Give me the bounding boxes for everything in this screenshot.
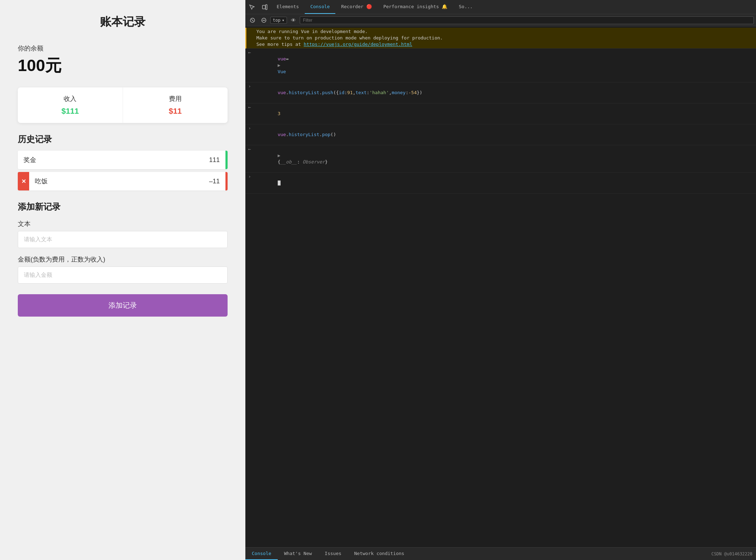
console-line-vue: ← vue= ▶ Vue <box>245 49 756 82</box>
devtools-bottombar: Console What's New Issues Network condit… <box>245 547 756 560</box>
console-pop-text: vue.historyList.pop() <box>255 125 753 144</box>
expense-label: 费用 <box>130 95 221 103</box>
history-section: 历史记录 奖金 111 ✕ 吃饭 –11 <box>18 134 228 190</box>
devtools-topbar: Elements Console Recorder 🔴 Performance … <box>245 0 756 14</box>
right-arrow-pop: › <box>248 125 253 131</box>
list-item: 奖金 111 <box>18 151 228 169</box>
expand-icon[interactable]: ▶ <box>278 62 281 69</box>
input-arrow: › <box>248 173 253 180</box>
amount-input[interactable] <box>18 266 228 284</box>
console-line-cursor[interactable]: › <box>245 173 756 194</box>
console-observer-text: ▶ {__ob__: Observer} <box>255 146 753 172</box>
balance-amount: 100元 <box>18 55 228 77</box>
amount-form-group: 金额(负数为费用，正数为收入) <box>18 255 228 284</box>
cursor-block <box>278 181 281 185</box>
device-toolbar-icon[interactable] <box>258 1 271 14</box>
left-arrow-3: ← <box>248 104 253 111</box>
console-push-text: vue.historyList.push({id:91,text:'hahah'… <box>255 83 753 102</box>
left-arrow-observer: ← <box>248 146 253 152</box>
dropdown-arrow-icon: ▾ <box>282 18 284 23</box>
tab-more[interactable]: So... <box>453 0 478 14</box>
income-expense-card: 收入 $111 费用 $11 <box>18 87 228 123</box>
text-label: 文本 <box>18 220 228 228</box>
bottom-right-info: CSDN @u014632228 <box>711 551 756 556</box>
expense-value: $11 <box>130 107 221 116</box>
history-title: 历史记录 <box>18 134 228 145</box>
tab-elements[interactable]: Elements <box>271 0 305 14</box>
console-line-3: ← 3 <box>245 103 756 124</box>
income-label: 收入 <box>25 95 116 103</box>
item-text: 奖金 <box>18 151 203 169</box>
expense-box: 费用 $11 <box>123 87 228 123</box>
balance-label: 你的余额 <box>18 44 228 53</box>
add-title: 添加新记录 <box>18 201 228 212</box>
expand-observer-icon[interactable]: ▶ <box>278 152 281 159</box>
console-cursor-text <box>255 173 753 193</box>
left-arrow-icon: ← <box>248 49 253 56</box>
console-vue-text: vue= ▶ Vue <box>255 49 753 81</box>
bottom-tab-console[interactable]: Console <box>245 548 278 560</box>
item-amount: –11 <box>203 173 225 190</box>
add-record-button[interactable]: 添加记录 <box>18 294 228 317</box>
tab-recorder[interactable]: Recorder 🔴 <box>335 0 377 14</box>
list-item: ✕ 吃饭 –11 <box>18 172 228 190</box>
console-line-pop: › vue.historyList.pop() <box>245 124 756 145</box>
tab-performance-insights[interactable]: Performance insights 🔔 <box>378 0 453 14</box>
item-bar-negative <box>225 172 228 190</box>
tab-console[interactable]: Console <box>305 0 336 14</box>
inspect-icon[interactable] <box>245 1 258 14</box>
item-text: 吃饭 <box>29 172 203 190</box>
page-title: 账本记录 <box>18 14 228 30</box>
filter-icon-button[interactable] <box>259 15 269 25</box>
clear-console-button[interactable] <box>247 15 257 25</box>
item-bar-positive <box>225 151 228 169</box>
console-output: You are running Vue in development mode.… <box>245 26 756 547</box>
filter-input[interactable] <box>300 16 754 24</box>
amount-label: 金额(负数为费用，正数为收入) <box>18 255 228 264</box>
right-arrow-icon: › <box>248 83 253 90</box>
text-input[interactable] <box>18 231 228 248</box>
delete-button[interactable]: ✕ <box>18 172 29 190</box>
history-list: 奖金 111 ✕ 吃饭 –11 <box>18 151 228 190</box>
devtools-panel: Elements Console Recorder 🔴 Performance … <box>245 0 756 560</box>
item-amount: 111 <box>203 151 225 169</box>
svg-rect-0 <box>262 5 265 9</box>
console-line-warning: You are running Vue in development mode.… <box>245 28 756 49</box>
eye-icon-button[interactable]: 👁 <box>288 15 298 25</box>
bottom-tab-issues[interactable]: Issues <box>318 548 348 560</box>
app-panel: 账本记录 你的余额 100元 收入 $111 费用 $11 历史记录 奖金 11… <box>0 0 245 560</box>
svg-rect-1 <box>266 5 267 10</box>
income-box: 收入 $111 <box>18 87 123 123</box>
level-value: top <box>273 18 281 23</box>
console-line-push: › vue.historyList.push({id:91,text:'haha… <box>245 82 756 103</box>
console-warning-text: You are running Vue in development mode.… <box>256 28 753 48</box>
bottom-tab-whats-new[interactable]: What's New <box>278 548 318 560</box>
income-value: $111 <box>25 107 116 116</box>
svg-line-3 <box>251 19 254 21</box>
level-selector[interactable]: top ▾ <box>270 17 287 24</box>
add-section: 添加新记录 文本 金额(负数为费用，正数为收入) 添加记录 <box>18 201 228 317</box>
console-line-observer: ← ▶ {__ob__: Observer} <box>245 145 756 173</box>
console-number-3: 3 <box>255 104 753 123</box>
balance-section: 你的余额 100元 <box>18 44 228 77</box>
text-form-group: 文本 <box>18 220 228 248</box>
vue-link[interactable]: https://vuejs.org/guide/deployment.html <box>304 42 412 47</box>
bottom-tab-network-conditions[interactable]: Network conditions <box>348 548 411 560</box>
console-toolbar: top ▾ 👁 <box>245 14 756 26</box>
